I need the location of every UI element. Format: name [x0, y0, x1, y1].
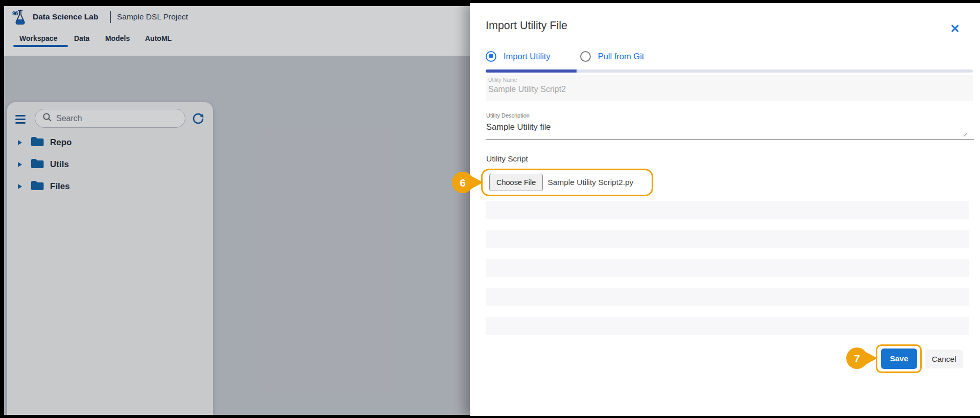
app-title: Data Science Lab — [33, 12, 98, 21]
cancel-button[interactable]: Cancel — [925, 350, 963, 368]
import-utility-dialog: Import Utility File ✕ Import Utility Pul… — [470, 3, 980, 416]
chevron-right-icon[interactable] — [18, 140, 22, 145]
workspace-area: Data Science Lab Sample DSL Project Work… — [4, 6, 470, 415]
file-explorer-panel: Repo Utils — [7, 102, 213, 415]
choose-file-button[interactable]: Choose File — [489, 174, 543, 191]
radio-label-import-utility[interactable]: Import Utility — [504, 52, 551, 61]
tab-data[interactable]: Data — [74, 34, 89, 42]
dialog-title: Import Utility File — [486, 19, 567, 32]
placeholder-row — [486, 259, 969, 277]
radio-label-pull-from-git[interactable]: Pull from Git — [598, 52, 644, 61]
header-divider — [110, 11, 111, 23]
tree-item-label: Repo — [50, 137, 72, 148]
placeholder-row — [486, 230, 969, 248]
utility-description-label: Utility Description — [486, 112, 974, 119]
tab-models[interactable]: Models — [105, 34, 130, 42]
progress-bar — [486, 69, 973, 73]
placeholder-row — [486, 288, 969, 306]
workspace-background: Repo Utils — [4, 56, 470, 415]
placeholder-row — [486, 201, 969, 219]
project-title: Sample DSL Project — [117, 12, 188, 21]
chevron-right-icon[interactable] — [18, 162, 22, 167]
close-icon[interactable]: ✕ — [948, 21, 962, 36]
tree-item-label: Utils — [50, 159, 69, 170]
search-input[interactable] — [56, 114, 174, 123]
screen: Data Science Lab Sample DSL Project Work… — [0, 0, 980, 418]
folder-icon — [31, 180, 44, 193]
chevron-right-icon[interactable] — [18, 184, 22, 189]
app-logo-flask-icon — [11, 9, 29, 28]
utility-description-value: Sample Utility file — [486, 122, 974, 132]
menu-icon[interactable] — [15, 115, 26, 124]
utility-name-value: Sample Utility Script2 — [488, 85, 973, 94]
annotation-badge-6: 6 — [451, 171, 485, 196]
refresh-icon[interactable] — [192, 113, 204, 125]
nav-tabs: Workspace Data Models AutoML — [4, 28, 470, 56]
radio-import-utility[interactable] — [486, 51, 496, 62]
utility-script-file-input: Choose File Sample Utility Script2.py — [489, 174, 633, 191]
radio-pull-from-git[interactable] — [580, 51, 591, 62]
placeholder-row — [486, 317, 969, 335]
search-box — [35, 109, 185, 128]
annotation-number: 7 — [854, 353, 860, 364]
progress-bar-fill — [486, 69, 577, 73]
utility-script-label: Utility Script — [486, 154, 528, 164]
selected-filename: Sample Utility Script2.py — [547, 178, 633, 187]
file-tree: Repo Utils — [7, 131, 213, 197]
folder-icon — [31, 158, 44, 171]
tree-item-utils[interactable]: Utils — [7, 153, 213, 175]
annotation-number: 6 — [460, 177, 466, 189]
tab-automl[interactable]: AutoML — [145, 34, 172, 42]
utility-name-label: Utility Name — [488, 77, 973, 83]
folder-icon — [31, 136, 44, 149]
active-tab-indicator — [13, 45, 68, 47]
utility-name-field: Utility Name Sample Utility Script2 — [486, 75, 973, 101]
save-button[interactable]: Save — [881, 349, 917, 369]
search-icon — [42, 112, 52, 124]
top-bar: Data Science Lab Sample DSL Project — [4, 6, 470, 28]
utility-description-field[interactable]: Utility Description Sample Utility file — [486, 112, 974, 140]
annotation-badge-7: 7 — [846, 347, 879, 371]
tree-item-label: Files — [50, 181, 70, 192]
tree-item-repo[interactable]: Repo — [7, 131, 213, 153]
import-mode-radio-group: Import Utility Pull from Git — [486, 50, 644, 62]
tree-item-files[interactable]: Files — [7, 175, 213, 197]
tab-workspace[interactable]: Workspace — [19, 34, 57, 42]
